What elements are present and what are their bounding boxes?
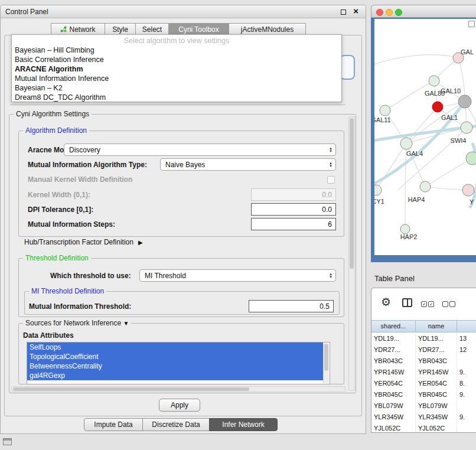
network-node[interactable]	[458, 95, 471, 108]
mi-threshold-label: Mutual Information Threshold:	[29, 302, 131, 311]
column-header[interactable]: name	[416, 321, 457, 332]
which-threshold-label: Which threshold to use:	[50, 272, 131, 280]
dropdown-option[interactable]: Bayesian – Hill Climbing	[12, 45, 341, 55]
node-label: SWI4	[451, 137, 467, 144]
table-row[interactable]: YLR345W YLR345W 9.	[371, 412, 476, 423]
zoom-traffic-light-icon[interactable]	[395, 9, 402, 16]
table-row[interactable]: YBR043C YBR043C	[371, 356, 476, 367]
table-row[interactable]: YER054C YER054C 8.	[371, 378, 476, 389]
network-node[interactable]	[374, 185, 382, 195]
collapsed-panel-icon[interactable]	[3, 438, 12, 445]
tab-infer-network[interactable]: Infer Network	[209, 418, 278, 431]
close-icon[interactable]: ×	[353, 6, 358, 16]
table-row[interactable]: YPR145W YPR145W 9.	[371, 367, 476, 378]
node-label: Y	[470, 198, 474, 206]
node-label: GAL1	[441, 114, 458, 121]
network-node[interactable]	[466, 152, 476, 165]
tab-impute-data[interactable]: Impute Data	[84, 418, 143, 431]
mi-threshold-field[interactable]: 0.5	[249, 300, 334, 312]
select-all-checks-icon[interactable]: ✓ ✓	[421, 301, 434, 307]
network-node[interactable]	[400, 138, 412, 149]
network-node[interactable]	[462, 184, 474, 196]
group-title: MI Threshold Definition	[29, 287, 106, 295]
column-header[interactable]	[457, 321, 476, 332]
network-node[interactable]	[432, 102, 443, 112]
network-node[interactable]	[461, 122, 472, 133]
network-canvas[interactable]: GAL GAL80 GAL10 GAL11 GAL1 SWI4 GAL4 GCY…	[374, 19, 476, 255]
mi-algorithm-type-select[interactable]: Naive Bayes ▲▼	[160, 158, 336, 171]
selected-value: Discovery	[69, 146, 100, 154]
column-header[interactable]: shared...	[371, 321, 416, 332]
columns-icon[interactable]	[402, 298, 412, 307]
network-frame: GAL GAL80 GAL10 GAL11 GAL1 SWI4 GAL4 GCY…	[371, 18, 476, 262]
mi-steps-label: Mutual Information Steps:	[28, 220, 115, 229]
collapse-down-icon[interactable]: ▼	[123, 320, 129, 327]
list-item[interactable]: SelfLoops	[27, 343, 323, 352]
node-label: GAL11	[374, 116, 391, 123]
algorithm-dropdown-popup: Select algorithm to view settings Bayesi…	[11, 34, 342, 102]
hub-transcription-factor-section[interactable]: Hub/Transcription Factor Definition ▶	[24, 238, 143, 246]
network-node[interactable]	[429, 76, 439, 86]
list-scrollbar-thumb[interactable]	[324, 344, 328, 371]
table-row[interactable]: YJL052C YJL052C	[371, 423, 476, 432]
gear-icon[interactable]: ⚙	[381, 295, 391, 309]
dropdown-option[interactable]: Mutual Information Inference	[12, 74, 341, 83]
network-node[interactable]	[420, 181, 431, 192]
dropdown-option-selected[interactable]: ARACNE Algorithm	[12, 64, 341, 74]
expand-right-icon[interactable]: ▶	[138, 239, 143, 246]
minimize-traffic-light-icon[interactable]	[386, 9, 393, 16]
list-item[interactable]: gal4RGexp	[27, 371, 323, 380]
dpi-tolerance-label: DPI Tolerance [0,1]:	[28, 206, 93, 214]
hub-section-label: Hub/Transcription Factor Definition	[24, 238, 133, 246]
sources-section-header[interactable]: Sources for Network Inference ▼	[23, 319, 131, 327]
mi-steps-field[interactable]: 6	[251, 218, 336, 230]
tab-label: Network	[69, 25, 95, 34]
table-header-row: shared... name	[371, 320, 476, 332]
list-item[interactable]: BetweennessCentrality	[27, 361, 323, 371]
table-row[interactable]: YDR27... YDR27... 12	[371, 344, 476, 356]
list-item[interactable]: TopologicalCoefficient	[27, 352, 323, 361]
deselect-all-checks-icon[interactable]	[442, 301, 455, 307]
selected-value: Naive Bayes	[165, 161, 205, 169]
tab-discretize-data[interactable]: Discretize Data	[142, 418, 210, 431]
dropdown-option[interactable]: Basic Correlation Inference	[12, 55, 341, 64]
list-scrollbar[interactable]	[323, 343, 329, 383]
node-label: GCY1	[374, 198, 384, 205]
node-label: HAP4	[408, 196, 425, 203]
vertical-scrollbar-thumb[interactable]	[350, 118, 354, 269]
aracne-mode-select[interactable]: Discovery ▲▼	[64, 144, 336, 156]
dropdown-option[interactable]: Bayesian – K2	[12, 83, 341, 93]
apply-button[interactable]: Apply	[159, 399, 200, 412]
tab-label: Cyni Toolbox	[178, 25, 219, 34]
table-panel-title: Table Panel	[374, 274, 415, 283]
tab-network[interactable]: Network	[51, 23, 105, 35]
group-title: Threshold Definition	[23, 254, 91, 262]
tab-style[interactable]: Style	[105, 23, 136, 35]
network-icon	[60, 26, 67, 32]
sources-label: Sources for Network Inference	[25, 319, 121, 327]
dpi-tolerance-field[interactable]: 0.0	[251, 203, 336, 216]
tab-select[interactable]: Select	[135, 23, 169, 35]
tab-cyni-toolbox[interactable]: Cyni Toolbox	[168, 23, 229, 35]
kernel-width-field[interactable]: 0.0	[251, 188, 336, 201]
network-node[interactable]	[380, 105, 390, 116]
data-attributes-listbox[interactable]: SelfLoops TopologicalCoefficient Between…	[27, 342, 330, 384]
vertical-scrollbar[interactable]	[348, 116, 355, 391]
table-row[interactable]: YDL19... YDL19... 13	[371, 333, 476, 344]
horizontal-scrollbar[interactable]	[11, 386, 345, 392]
manual-kernel-width-checkbox[interactable]	[327, 176, 335, 184]
dropdown-option[interactable]: Dream8 DC_TDC Algorithm	[12, 93, 341, 102]
control-panel-tabbar: Network Style Select Cyni Toolbox jActiv…	[51, 23, 306, 35]
close-traffic-light-icon[interactable]	[376, 9, 383, 16]
table-row[interactable]: YBR045C YBR045C 9.	[371, 389, 476, 400]
network-node[interactable]	[400, 224, 410, 234]
manual-kernel-width-label: Manual Kernel Width Definition	[28, 175, 132, 184]
which-threshold-select[interactable]: MI Threshold ▲▼	[139, 269, 336, 282]
birdseye-toggle-icon[interactable]	[468, 21, 475, 27]
horizontal-scrollbar-thumb[interactable]	[13, 387, 249, 391]
float-window-icon[interactable]	[341, 9, 346, 15]
table-row[interactable]: YBL079W YBL079W	[371, 400, 476, 412]
table-body: YDL19... YDL19... 13 YDR27... YDR27... 1…	[371, 333, 476, 432]
tab-jactivemnodules[interactable]: jActiveMNodules	[229, 23, 306, 35]
field-value: 0.0	[322, 191, 332, 199]
